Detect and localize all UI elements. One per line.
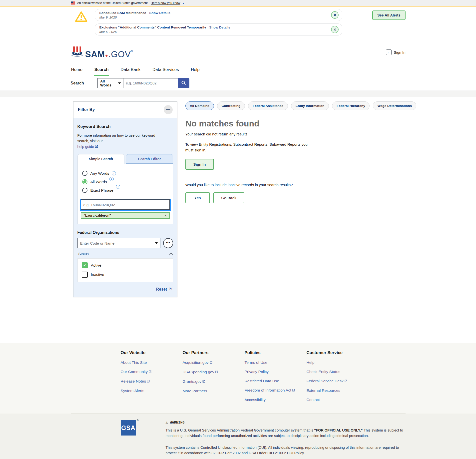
nav-item-search[interactable]: Search	[94, 65, 109, 76]
checkbox-row-active[interactable]: ✓ Active	[82, 262, 169, 268]
domain-tab-wage-determinations[interactable]: Wage Determinations	[373, 101, 416, 110]
nav-item-home[interactable]: Home	[71, 65, 83, 76]
footer: Our Website About This Site Our Communit…	[0, 343, 476, 459]
more-options-button[interactable]: •••	[163, 238, 173, 248]
go-back-button[interactable]: Go Back	[213, 192, 245, 203]
active-checkbox-label: Active	[91, 263, 101, 268]
footer-link[interactable]: External Resources	[307, 388, 369, 393]
nav-item-help[interactable]: Help	[190, 65, 200, 76]
active-checkbox[interactable]: ✓	[82, 262, 88, 268]
info-icon[interactable]: i	[116, 185, 120, 189]
footer-link[interactable]: Contact	[307, 398, 369, 402]
magnifier-icon	[181, 80, 186, 86]
gsa-logo[interactable]: GSA	[121, 420, 136, 436]
how-you-know-link[interactable]: Here's how you know	[151, 1, 180, 5]
nav-item-data-services[interactable]: Data Services	[152, 65, 179, 76]
collapse-filters-button[interactable]	[164, 105, 173, 114]
filter-by-title: Filter By	[78, 107, 95, 112]
site-header: SAM★.GOV® ← Sign In	[0, 39, 476, 65]
chevron-up-icon[interactable]	[169, 253, 173, 256]
header-sign-in-link[interactable]: ← Sign In	[386, 49, 406, 55]
nav-item-data-bank[interactable]: Data Bank	[120, 65, 141, 76]
help-guide-link[interactable]: help guide	[77, 145, 94, 149]
reset-filters-link[interactable]: Reset	[156, 287, 167, 292]
radio-any-words-label: Any Words	[90, 171, 109, 176]
footer-column-our-partners: Our Partners Acquisition.gov USASpending…	[183, 350, 245, 407]
alerts-section: Scheduled SAM Maintenance Show Details M…	[0, 6, 476, 39]
inactive-checkbox-label: Inactive	[91, 272, 104, 277]
footer-column-our-website: Our Website About This Site Our Communit…	[121, 350, 183, 407]
footer-link[interactable]: Privacy Policy	[245, 370, 307, 374]
global-search-input[interactable]	[123, 78, 178, 88]
alert-show-details-link[interactable]: Show Details	[149, 11, 170, 15]
footer-link[interactable]: Restricted Data Use	[245, 379, 307, 383]
checkbox-row-inactive[interactable]: Inactive	[82, 272, 169, 278]
chip-remove-icon[interactable]: ×	[165, 214, 167, 217]
footer-column-heading: Our Partners	[183, 350, 245, 355]
alert-close-button[interactable]: ✕	[331, 11, 339, 19]
alert-title: Exclusions “Additional Comments” Content…	[99, 25, 206, 29]
alert-close-button[interactable]: ✕	[331, 26, 339, 33]
inactive-checkbox[interactable]	[82, 272, 88, 278]
footer-link[interactable]: More Partners	[183, 389, 245, 393]
footer-column-heading: Our Website	[121, 350, 183, 355]
no-matches-title: No matches found	[185, 119, 416, 128]
domain-tab-federal-hierarchy[interactable]: Federal Hierarchy	[332, 101, 370, 110]
no-results-subtitle: Your search did not return any results.	[185, 132, 416, 136]
domain-tab-entity-information[interactable]: Entity Information	[291, 101, 329, 110]
domain-tabs: All Domains Contracting Federal Assistan…	[185, 101, 416, 110]
footer-link[interactable]: Accessibility	[245, 398, 307, 402]
search-term-chip: "Laura calderon" ×	[81, 212, 170, 219]
yes-button[interactable]: Yes	[185, 192, 210, 203]
caret-down-icon	[118, 82, 121, 84]
keyword-search-input[interactable]	[81, 199, 170, 210]
external-link-icon	[95, 144, 98, 150]
footer-link[interactable]: Acquisition.gov	[183, 360, 245, 365]
info-icon[interactable]: i	[109, 177, 114, 181]
divider-strip	[0, 90, 476, 97]
radio-any-words[interactable]	[82, 171, 87, 176]
domain-tab-contracting[interactable]: Contracting	[217, 101, 245, 110]
page: An official website of the United States…	[0, 0, 476, 459]
inactive-records-question: Would you like to include inactive recor…	[185, 183, 416, 187]
gov-banner: An official website of the United States…	[0, 0, 476, 6]
footer-link[interactable]: System Alerts	[121, 389, 183, 393]
footer-link[interactable]: Release Notes	[121, 379, 183, 384]
radio-exact-phrase[interactable]	[82, 188, 87, 193]
chip-label: "Laura calderon"	[84, 214, 111, 217]
domain-tab-all-domains[interactable]: All Domains	[185, 101, 214, 110]
info-icon[interactable]: i	[112, 171, 116, 175]
filter-panel: Filter By Keyword Search For more inform…	[73, 101, 177, 297]
footer-link[interactable]: Check Entity Status	[307, 370, 369, 374]
footer-link[interactable]: USASpending.gov	[183, 370, 245, 375]
warning-paragraph-1: This is a U.S. General Services Administ…	[166, 428, 406, 439]
alert-card: Exclusions “Additional Comments” Content…	[95, 23, 343, 35]
refresh-icon[interactable]: ↻	[169, 287, 172, 292]
see-all-alerts-button[interactable]: See All Alerts	[372, 10, 405, 20]
footer-link[interactable]: Help	[307, 360, 369, 365]
external-link-icon	[292, 388, 295, 393]
sign-in-button[interactable]: Sign In	[185, 159, 214, 170]
footer-link[interactable]: Our Community	[121, 370, 183, 374]
ellipsis-icon: •••	[166, 241, 170, 244]
search-submit-button[interactable]	[178, 78, 189, 88]
radio-all-words[interactable]	[82, 179, 87, 184]
footer-link[interactable]: Federal Service Desk	[307, 379, 369, 384]
sam-gov-logo[interactable]: SAM★.GOV®	[71, 46, 133, 58]
external-link-icon	[344, 379, 348, 384]
search-type-select[interactable]: All Words	[97, 78, 123, 88]
alert-card: Scheduled SAM Maintenance Show Details M…	[95, 9, 343, 21]
footer-link[interactable]: Freedom of Information Act	[245, 388, 307, 393]
footer-column-policies: Policies Terms of Use Privacy Policy Res…	[245, 350, 307, 407]
footer-link[interactable]: Grants.gov	[183, 379, 245, 384]
tab-search-editor[interactable]: Search Editor	[126, 154, 173, 164]
tab-simple-search[interactable]: Simple Search	[77, 154, 125, 164]
radio-exact-phrase-label: Exact Phrase	[90, 188, 113, 193]
close-icon: ✕	[334, 13, 336, 17]
footer-link[interactable]: Terms of Use	[245, 360, 307, 365]
alert-show-details-link[interactable]: Show Details	[209, 25, 230, 29]
domain-tab-federal-assistance[interactable]: Federal Assistance	[248, 101, 288, 110]
gov-banner-text: An official website of the United States…	[77, 1, 148, 5]
federal-org-select[interactable]: Enter Code or Name	[77, 238, 160, 248]
footer-link[interactable]: About This Site	[121, 360, 183, 365]
